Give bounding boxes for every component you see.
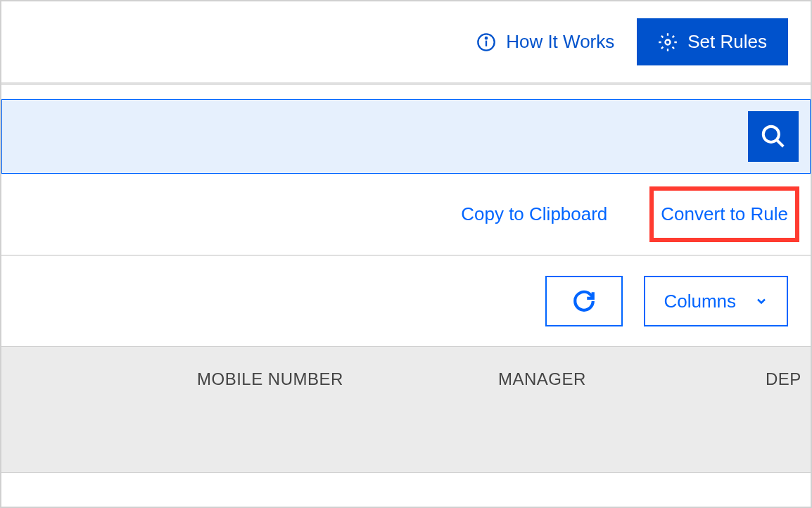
set-rules-label: Set Rules <box>687 31 767 53</box>
set-rules-button[interactable]: Set Rules <box>637 18 788 65</box>
column-header-manager[interactable]: MANAGER <box>498 369 586 389</box>
search-bar[interactable] <box>1 99 811 174</box>
svg-point-2 <box>486 37 487 39</box>
table-header-row: MOBILE NUMBER MANAGER DEP <box>1 346 811 473</box>
chevron-down-icon <box>754 294 768 308</box>
controls-row: Columns <box>1 256 811 346</box>
top-toolbar: How It Works Set Rules <box>1 1 811 85</box>
columns-label: Columns <box>664 291 736 312</box>
gear-icon <box>658 32 678 52</box>
search-icon <box>760 123 787 150</box>
copy-to-clipboard-link[interactable]: Copy to Clipboard <box>461 203 607 225</box>
column-header-department[interactable]: DEP <box>766 369 801 389</box>
refresh-icon <box>572 289 596 313</box>
svg-point-3 <box>666 39 671 44</box>
column-header-mobile[interactable]: MOBILE NUMBER <box>197 369 343 389</box>
columns-button[interactable]: Columns <box>644 276 788 326</box>
actions-row: Copy to Clipboard Convert to Rule <box>1 174 811 256</box>
table-body <box>1 473 811 508</box>
svg-point-4 <box>763 127 779 142</box>
refresh-button[interactable] <box>545 276 623 326</box>
search-button[interactable] <box>748 111 799 162</box>
how-it-works-link[interactable]: How It Works <box>476 31 614 53</box>
svg-line-5 <box>777 140 784 147</box>
info-icon <box>476 32 496 52</box>
convert-to-rule-link[interactable]: Convert to Rule <box>661 203 788 224</box>
convert-highlight-box: Convert to Rule <box>649 186 799 242</box>
how-it-works-label: How It Works <box>506 31 614 53</box>
